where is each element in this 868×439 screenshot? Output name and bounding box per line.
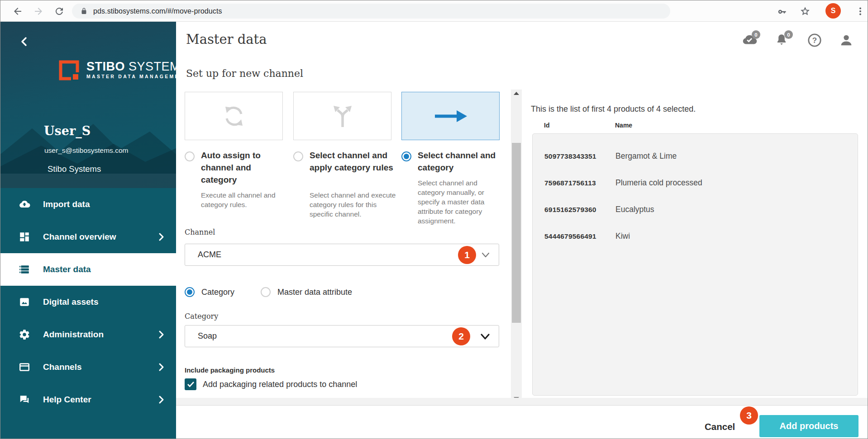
product-id: 6915162579360	[544, 206, 596, 214]
notifications-button[interactable]: 0	[774, 33, 790, 48]
product-name: Plumeria cold processed	[615, 178, 702, 188]
key-icon[interactable]	[777, 6, 788, 17]
card-icon	[19, 361, 30, 373]
svg-text:?: ?	[812, 36, 817, 45]
stibo-logo-mark-icon	[58, 60, 81, 83]
user-name: User_S	[44, 124, 91, 138]
reload-icon[interactable]	[54, 6, 65, 17]
chevron-right-icon	[158, 330, 164, 339]
sidebar-item-label: Help Center	[43, 395, 91, 405]
screen: pds.stibosystems.com/#/move-products S	[0, 0, 868, 439]
image-icon	[19, 296, 30, 308]
account-button[interactable]	[839, 33, 854, 48]
category-select[interactable]: Soap 2	[185, 325, 499, 347]
grid-icon	[19, 231, 30, 243]
lock-icon	[80, 7, 88, 15]
scroll-up-button[interactable]	[511, 90, 522, 97]
browser-profile-avatar[interactable]: S	[825, 3, 841, 19]
option-card-select-channel-category[interactable]	[401, 92, 500, 140]
user-email: user_s@stibosystems.com	[44, 146, 128, 155]
sync-status-button[interactable]: 0	[742, 33, 757, 48]
back-icon[interactable]	[12, 6, 23, 17]
sidebar-item-administration[interactable]: Administration	[0, 318, 176, 351]
chevron-right-icon	[158, 395, 164, 404]
category-select-value: Soap	[198, 331, 217, 341]
sidebar-item-label: Channel overview	[43, 232, 116, 242]
channel-select[interactable]: ACME 1	[185, 244, 499, 266]
chat-icon	[19, 394, 30, 406]
check-icon	[187, 381, 195, 387]
option-description: Execute all channel and category rules.	[201, 190, 289, 209]
wizard-pane: Auto assign to channel and category Sele…	[176, 90, 511, 402]
chevron-down-icon	[481, 251, 491, 259]
help-button[interactable]: ?	[807, 33, 822, 48]
main-content: Master data 0 0 ? Set up for new channel	[176, 22, 868, 439]
logo-word-light: SYSTEMS	[129, 60, 176, 73]
radio-category[interactable]	[185, 287, 195, 297]
sidebar-item-channel-overview[interactable]: Channel overview	[0, 221, 176, 253]
forward-icon[interactable]	[33, 6, 44, 17]
address-bar[interactable]: pds.stibosystems.com/#/move-products	[72, 4, 670, 19]
sidebar-item-channels[interactable]: Channels	[0, 351, 176, 383]
gear-icon	[19, 329, 30, 340]
sidebar-item-master-data[interactable]: Master data	[0, 253, 176, 286]
product-id: 5444679566491	[544, 232, 596, 241]
product-id: 5097738343351	[544, 152, 596, 160]
callout-3: 3	[740, 406, 758, 425]
cloud-upload-icon	[19, 198, 30, 210]
channel-select-value: ACME	[198, 250, 221, 260]
sidebar-item-label: Channels	[43, 362, 82, 372]
assignment-radio-group: Category Master data attribute	[185, 287, 352, 297]
radio-auto-assign[interactable]	[185, 151, 195, 161]
packaging-checkbox-label: Add packaging related products to channe…	[203, 380, 357, 389]
option-description: Select channel and execute category rule…	[310, 190, 398, 219]
wizard-scrollbar[interactable]	[511, 90, 522, 402]
collapse-sidebar-icon[interactable]	[19, 36, 29, 47]
column-header-name: Name	[615, 122, 632, 129]
callout-2: 2	[452, 327, 470, 345]
sidebar-nav: Import data Channel overview Master data…	[0, 188, 176, 416]
sidebar: STIBO SYSTEMS MASTER DATA MANAGEMENT Use…	[0, 22, 176, 439]
chevron-right-icon	[158, 363, 164, 372]
chevron-down-icon	[480, 332, 491, 341]
cancel-button[interactable]: Cancel	[705, 421, 735, 432]
radio-select-channel-category[interactable]	[401, 151, 411, 161]
user-organization: Stibo Systems	[48, 164, 101, 174]
sidebar-item-digital-assets[interactable]: Digital assets	[0, 286, 176, 318]
products-list: 5097738343351 Bergamot & Lime 7596871756…	[532, 133, 858, 396]
right-arrow-icon	[434, 110, 467, 123]
sync-icon	[221, 103, 247, 129]
product-row: 5444679566491 Kiwi	[533, 223, 858, 250]
scrollbar-thumb[interactable]	[512, 143, 521, 323]
category-field-label: Category	[185, 312, 218, 321]
callout-1: 1	[458, 246, 476, 264]
product-row: 5097738343351 Bergamot & Lime	[533, 143, 858, 170]
logo-word-bold: STIBO	[86, 60, 125, 73]
browser-menu-icon[interactable]	[855, 6, 866, 17]
sidebar-item-label: Digital assets	[43, 297, 99, 307]
product-row: 7596871756113 Plumeria cold processed	[533, 170, 858, 196]
add-products-button[interactable]: Add products	[759, 415, 858, 437]
channel-field-label: Channel	[185, 228, 215, 236]
option-card-apply-rules[interactable]	[293, 92, 391, 140]
option-label: Auto assign to channel and category	[201, 149, 287, 186]
notifications-badge: 0	[784, 30, 793, 39]
browser-toolbar: pds.stibosystems.com/#/move-products S	[0, 0, 868, 22]
sidebar-item-help-center[interactable]: Help Center	[0, 383, 176, 416]
split-arrow-icon	[330, 104, 355, 129]
product-name: Kiwi	[615, 231, 630, 241]
radio-master-data-attribute[interactable]	[261, 287, 271, 297]
packaging-checkbox[interactable]	[185, 378, 196, 390]
sidebar-item-import-data[interactable]: Import data	[0, 188, 176, 221]
product-name: Bergamot & Lime	[615, 151, 677, 161]
product-id: 7596871756113	[544, 179, 596, 187]
logo-subtitle: MASTER DATA MANAGEMENT	[86, 74, 176, 79]
option-card-auto-assign[interactable]	[185, 92, 283, 140]
sync-badge: 0	[752, 30, 760, 39]
radio-apply-rules[interactable]	[293, 151, 303, 161]
sidebar-item-label: Master data	[43, 264, 91, 274]
url-text[interactable]: pds.stibosystems.com/#/move-products	[93, 7, 222, 15]
products-intro-text: This is the list of first 4 products of …	[531, 104, 696, 114]
list-icon	[19, 264, 30, 275]
bookmark-star-icon[interactable]	[800, 6, 811, 17]
